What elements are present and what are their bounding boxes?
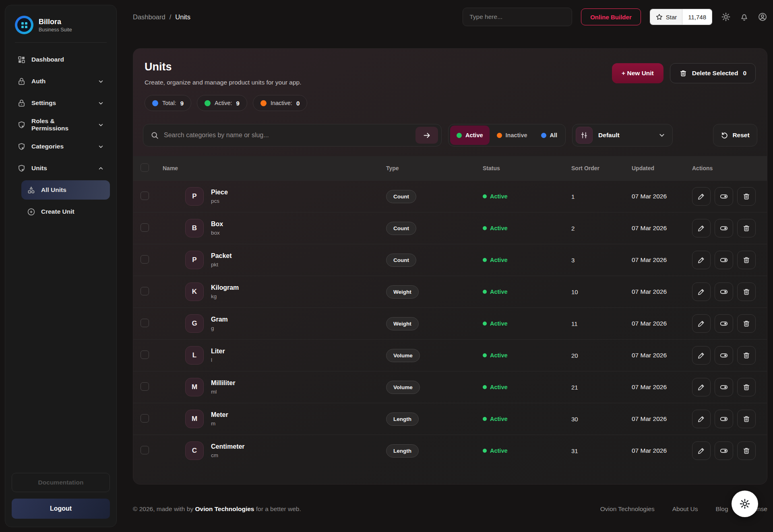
edit-button[interactable]	[692, 187, 711, 206]
delete-button[interactable]	[737, 187, 756, 206]
page-subtitle: Create, organize and manage product unit…	[145, 79, 307, 86]
column-header-status[interactable]: Status	[475, 165, 564, 171]
units-search-input[interactable]	[164, 132, 411, 139]
footer-link-blog[interactable]: Blog	[716, 505, 728, 513]
row-checkbox[interactable]	[141, 223, 149, 232]
toggle-icon	[719, 256, 728, 264]
delete-button[interactable]	[737, 346, 756, 365]
edit-button[interactable]	[692, 378, 711, 396]
delete-selected-button[interactable]: Delete Selected 0	[670, 63, 756, 83]
filter-active-button[interactable]: Active	[450, 126, 490, 145]
pencil-icon	[697, 320, 705, 328]
reset-button[interactable]: Reset	[713, 124, 757, 146]
delete-button[interactable]	[737, 219, 756, 237]
toggle-status-button[interactable]	[715, 314, 733, 333]
column-header-updated[interactable]: Updated	[624, 165, 685, 171]
sidebar-item-label: Roles & Permissions	[31, 118, 92, 132]
footer-link-about[interactable]: About Us	[672, 505, 698, 513]
settings-fab-button[interactable]	[732, 491, 758, 517]
toggle-status-button[interactable]	[715, 251, 733, 269]
delete-button[interactable]	[737, 282, 756, 301]
row-checkbox[interactable]	[141, 319, 149, 327]
toggle-status-button[interactable]	[715, 378, 733, 396]
orange-dot-icon	[497, 133, 502, 138]
trash-icon	[742, 192, 750, 200]
sidebar: Billora Business Suite Dashboard Auth Se…	[5, 5, 117, 527]
row-checkbox[interactable]	[141, 192, 149, 200]
sidebar-item-categories[interactable]: Categories	[12, 137, 110, 156]
topbar-search-input[interactable]	[463, 8, 572, 26]
toggle-status-button[interactable]	[715, 410, 733, 428]
toggle-status-button[interactable]	[715, 346, 733, 365]
row-checkbox[interactable]	[141, 414, 149, 423]
toggle-icon	[719, 383, 728, 392]
delete-button[interactable]	[737, 410, 756, 428]
unit-name: Milliliter	[211, 379, 235, 387]
sidebar-item-label: Auth	[31, 78, 45, 85]
edit-button[interactable]	[692, 251, 711, 269]
sidebar-item-dashboard[interactable]: Dashboard	[12, 50, 110, 69]
sort-dropdown[interactable]: Default	[572, 124, 673, 146]
green-dot-icon	[457, 133, 462, 138]
avatar-initial: G	[192, 320, 197, 328]
sidebar-item-roles-permissions[interactable]: Roles & Permissions	[12, 115, 110, 134]
sidebar-item-auth[interactable]: Auth	[12, 72, 110, 91]
unit-avatar: C	[185, 441, 204, 460]
toggle-status-button[interactable]	[715, 187, 733, 206]
row-checkbox[interactable]	[141, 351, 149, 359]
toggle-status-button[interactable]	[715, 219, 733, 237]
footer-link-company[interactable]: Ovion Technologies	[600, 505, 655, 513]
column-header-sort[interactable]: Sort Order	[564, 165, 624, 171]
avatar-initial: L	[192, 351, 196, 359]
edit-button[interactable]	[692, 314, 711, 333]
select-all-checkbox[interactable]	[141, 163, 149, 172]
sliders-icon	[576, 127, 593, 144]
breadcrumb-dashboard[interactable]: Dashboard	[133, 13, 165, 21]
sidebar-item-all-units[interactable]: All Units	[21, 180, 110, 200]
column-header-type[interactable]: Type	[379, 165, 475, 171]
row-checkbox[interactable]	[141, 382, 149, 391]
filter-all-button[interactable]: All	[535, 126, 564, 145]
delete-button[interactable]	[737, 251, 756, 269]
status-label: Active	[490, 416, 508, 422]
gear-icon[interactable]	[721, 12, 731, 22]
type-badge: Length	[386, 444, 419, 458]
search-submit-button[interactable]	[415, 127, 438, 144]
new-unit-button[interactable]: + New Unit	[612, 63, 663, 83]
edit-button[interactable]	[692, 346, 711, 365]
avatar-initial: C	[192, 447, 197, 455]
row-checkbox[interactable]	[141, 287, 149, 295]
stats-chips: Total: 9 Active: 9 Inactive: 0	[145, 95, 307, 111]
toggle-status-button[interactable]	[715, 282, 733, 301]
sidebar-item-settings[interactable]: Settings	[12, 93, 110, 113]
user-icon[interactable]	[758, 12, 767, 22]
sidebar-item-create-unit[interactable]: Create Unit	[21, 202, 110, 221]
documentation-button[interactable]: Documentation	[12, 473, 110, 492]
sidebar-item-units[interactable]: Units	[12, 159, 110, 178]
star-button[interactable]: Star	[650, 9, 683, 25]
row-checkbox[interactable]	[141, 255, 149, 264]
bell-icon[interactable]	[740, 12, 749, 22]
delete-button[interactable]	[737, 314, 756, 333]
column-header-name[interactable]: Name	[155, 165, 379, 171]
reset-label: Reset	[732, 132, 749, 139]
star-count[interactable]: 11,748	[682, 9, 712, 25]
edit-button[interactable]	[692, 441, 711, 460]
unit-name: Centimeter	[211, 443, 245, 450]
toggle-status-button[interactable]	[715, 441, 733, 460]
status-label: Active	[490, 257, 508, 263]
edit-button[interactable]	[692, 219, 711, 237]
avatar-initial: M	[192, 383, 197, 391]
edit-button[interactable]	[692, 410, 711, 428]
logout-button[interactable]: Logout	[12, 499, 110, 519]
copyright-company[interactable]: Ovion Technologies	[195, 505, 254, 512]
star-icon	[655, 13, 663, 21]
edit-button[interactable]	[692, 282, 711, 301]
online-builder-button[interactable]: Online Builder	[581, 8, 641, 25]
unit-name: Kilogram	[211, 284, 239, 291]
filter-inactive-button[interactable]: Inactive	[490, 126, 534, 145]
delete-button[interactable]	[737, 441, 756, 460]
delete-button[interactable]	[737, 378, 756, 396]
filter-label: All	[550, 132, 558, 138]
row-checkbox[interactable]	[141, 446, 149, 454]
